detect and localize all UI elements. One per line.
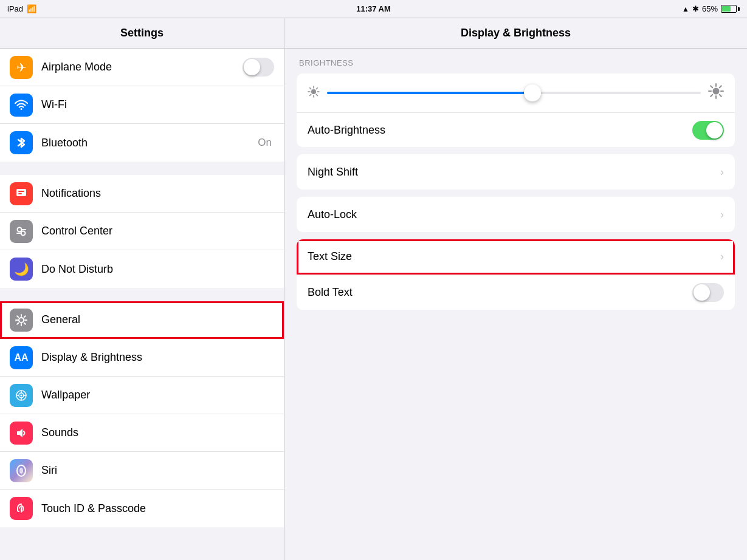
svg-line-26 — [316, 88, 317, 89]
status-bar: iPad 📶 11:37 AM ▲ ✱ 65% — [0, 0, 747, 18]
text-size-label: Text Size — [308, 250, 720, 263]
svg-point-27 — [713, 88, 720, 95]
bold-text-toggle[interactable] — [692, 283, 724, 302]
right-panel-header: Display & Brightness — [284, 18, 747, 49]
bluetooth-value: On — [258, 137, 272, 149]
sounds-icon — [10, 422, 33, 445]
left-panel: Settings ✈ Airplane Mode — [0, 18, 284, 560]
svg-line-24 — [316, 94, 317, 95]
right-panel-title: Display & Brightness — [461, 27, 571, 39]
settings-group-system: Notifications Control Center 🌙 — [0, 175, 284, 288]
auto-lock-label: Auto-Lock — [308, 208, 720, 221]
night-shift-chevron: › — [720, 166, 724, 179]
svg-line-25 — [310, 94, 311, 95]
svg-point-18 — [311, 89, 316, 94]
main-layout: Settings ✈ Airplane Mode — [0, 18, 747, 560]
right-panel-content: BRIGHTNESS — [284, 49, 747, 319]
airplane-mode-label: Airplane Mode — [41, 61, 243, 73]
svg-line-34 — [711, 95, 712, 97]
status-right: ▲ ✱ 65% — [682, 4, 740, 13]
night-shift-label: Night Shift — [308, 166, 720, 179]
control-center-label: Control Center — [41, 225, 274, 237]
auto-lock-chevron: › — [720, 208, 724, 221]
bluetooth-status-icon: ✱ — [692, 4, 699, 13]
brightness-slider-track[interactable] — [327, 92, 701, 94]
text-size-row[interactable]: Text Size › — [297, 239, 735, 275]
text-size-chevron: › — [720, 250, 724, 263]
bold-text-label: Bold Text — [308, 286, 692, 299]
left-panel-header: Settings — [0, 18, 284, 49]
status-left: iPad 📶 — [7, 4, 36, 13]
night-shift-row[interactable]: Night Shift › — [297, 154, 735, 190]
sidebar-item-sounds[interactable]: Sounds — [0, 414, 284, 452]
sun-small-icon — [308, 86, 320, 100]
brightness-slider-row[interactable] — [297, 73, 735, 113]
location-icon: ▲ — [682, 5, 689, 13]
notifications-icon — [10, 182, 33, 205]
sidebar-item-notifications[interactable]: Notifications — [0, 175, 284, 213]
svg-line-35 — [720, 86, 721, 87]
sidebar-item-airplane-mode[interactable]: ✈ Airplane Mode — [0, 49, 284, 86]
svg-line-23 — [310, 88, 311, 89]
group-separator-2 — [0, 288, 284, 301]
device-label: iPad — [7, 4, 23, 13]
auto-brightness-toggle[interactable] — [692, 121, 724, 140]
auto-brightness-label: Auto-Brightness — [308, 124, 692, 137]
sidebar-item-wallpaper[interactable]: Wallpaper — [0, 377, 284, 414]
control-center-icon — [10, 220, 33, 243]
bold-text-row[interactable]: Bold Text — [297, 275, 735, 310]
brightness-slider-fill — [327, 92, 532, 94]
settings-group-personalization: General AA Display & Brightness — [0, 301, 284, 527]
airplane-mode-toggle[interactable] — [243, 58, 274, 77]
auto-lock-row[interactable]: Auto-Lock › — [297, 197, 735, 232]
brightness-section: BRIGHTNESS — [297, 58, 735, 147]
settings-title: Settings — [120, 27, 164, 39]
bluetooth-icon — [10, 131, 33, 154]
sidebar-item-do-not-disturb[interactable]: 🌙 Do Not Disturb — [0, 250, 284, 288]
brightness-card: Auto-Brightness — [297, 73, 735, 147]
siri-icon — [10, 459, 33, 482]
group-separator-1 — [0, 162, 284, 175]
battery-indicator — [721, 5, 740, 13]
siri-label: Siri — [41, 464, 274, 477]
display-brightness-label: Display & Brightness — [41, 351, 274, 364]
sidebar-item-wifi[interactable]: Wi-Fi — [0, 86, 284, 124]
svg-line-33 — [720, 95, 721, 97]
general-icon — [10, 309, 33, 332]
do-not-disturb-label: Do Not Disturb — [41, 263, 274, 276]
sidebar-item-bluetooth[interactable]: Bluetooth On — [0, 124, 284, 162]
notifications-label: Notifications — [41, 187, 274, 200]
sounds-label: Sounds — [41, 426, 274, 439]
airplane-mode-icon: ✈ — [10, 56, 33, 79]
brightness-slider-thumb[interactable] — [524, 84, 541, 101]
text-settings-card: Text Size › Bold Text — [297, 239, 735, 310]
do-not-disturb-icon: 🌙 — [10, 258, 33, 281]
sidebar-item-control-center[interactable]: Control Center — [0, 213, 284, 250]
touch-id-icon — [10, 497, 33, 520]
battery-percent: 65% — [702, 4, 718, 13]
general-label: General — [41, 313, 274, 326]
wifi-icon — [10, 94, 33, 117]
svg-rect-2 — [18, 193, 22, 194]
svg-point-17 — [19, 468, 23, 474]
settings-group-connectivity: ✈ Airplane Mode Wi-Fi — [0, 49, 284, 162]
svg-rect-1 — [18, 191, 24, 192]
display-brightness-icon: AA — [10, 346, 33, 369]
wifi-status-icon: 📶 — [27, 4, 36, 13]
touch-id-label: Touch ID & Passcode — [41, 502, 274, 515]
right-panel: Display & Brightness BRIGHTNESS — [284, 18, 747, 560]
svg-point-7 — [19, 318, 24, 323]
svg-rect-0 — [16, 189, 26, 196]
svg-line-32 — [711, 86, 712, 87]
sun-large-icon — [708, 83, 724, 103]
sidebar-item-siri[interactable]: Siri — [0, 452, 284, 490]
wifi-label: Wi-Fi — [41, 98, 274, 111]
svg-point-10 — [21, 394, 22, 396]
bluetooth-label: Bluetooth — [41, 137, 258, 149]
sidebar-item-display-brightness[interactable]: AA Display & Brightness — [0, 339, 284, 377]
sidebar-item-touch-id[interactable]: Touch ID & Passcode — [0, 490, 284, 527]
sidebar-item-general[interactable]: General — [0, 301, 284, 339]
auto-brightness-row[interactable]: Auto-Brightness — [297, 113, 735, 147]
wallpaper-label: Wallpaper — [41, 389, 274, 401]
brightness-section-label: BRIGHTNESS — [297, 58, 735, 67]
